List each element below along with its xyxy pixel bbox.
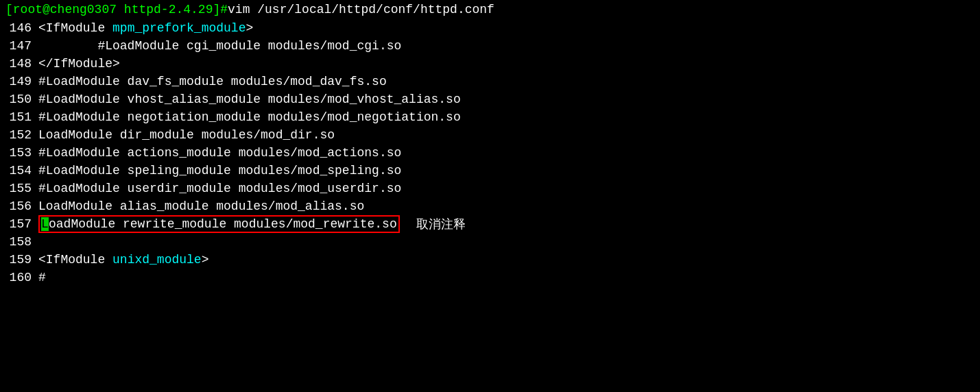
line-num-157: 157 — [7, 217, 32, 231]
line-num-160: 160 — [7, 271, 32, 284]
line-content-156: LoadModule alias_module modules/mod_alia… — [38, 199, 364, 213]
line-158: 158 — [5, 233, 975, 251]
line-num-153: 153 — [7, 146, 32, 160]
prompt-user-host: [root@cheng0307 httpd-2.4.29]# — [5, 3, 228, 16]
line-num-147: 147 — [7, 39, 32, 53]
line-content-152: LoadModule dir_module modules/mod_dir.so — [38, 128, 335, 142]
line-num-146: 146 — [7, 21, 32, 35]
code-area: 146 <IfModule mpm_prefork_module> 147 #L… — [0, 18, 980, 288]
line-num-154: 154 — [7, 164, 32, 177]
line-content-154: #LoadModule speling_module modules/mod_s… — [38, 164, 401, 177]
line-155: 155 #LoadModule userdir_module modules/m… — [5, 180, 975, 197]
line-num-150: 150 — [7, 93, 32, 106]
line-num-148: 148 — [7, 57, 32, 71]
line-num-152: 152 — [7, 128, 32, 142]
line-content-155: #LoadModule userdir_module modules/mod_u… — [38, 182, 401, 195]
line-content-147: #LoadModule cgi_module modules/mod_cgi.s… — [38, 39, 401, 53]
line-147: 147 #LoadModule cgi_module modules/mod_c… — [5, 37, 975, 55]
line-157: 157 LoadModule rewrite_module modules/mo… — [5, 215, 975, 233]
line-content-159: <IfModule unixd_module> — [38, 253, 208, 267]
line-160: 160 # — [5, 269, 975, 286]
line-num-151: 151 — [7, 110, 32, 124]
line-159: 159 <IfModule unixd_module> — [5, 251, 975, 269]
line-content-149: #LoadModule dav_fs_module modules/mod_da… — [38, 75, 387, 88]
line-154: 154 #LoadModule speling_module modules/m… — [5, 162, 975, 180]
line-156: 156 LoadModule alias_module modules/mod_… — [5, 197, 975, 215]
line-num-149: 149 — [7, 75, 32, 88]
line-151: 151 #LoadModule negotiation_module modul… — [5, 108, 975, 126]
annotation-157: 取消注释 — [416, 216, 466, 232]
line-content-157: LoadModule rewrite_module modules/mod_re… — [41, 217, 397, 231]
line-152: 152 LoadModule dir_module modules/mod_di… — [5, 126, 975, 144]
line-content-160: # — [38, 271, 46, 284]
terminal-window: [root@cheng0307 httpd-2.4.29]# vim /usr/… — [0, 0, 980, 392]
line-149: 149 #LoadModule dav_fs_module modules/mo… — [5, 73, 975, 90]
line-content-151: #LoadModule negotiation_module modules/m… — [38, 110, 461, 124]
line-150: 150 #LoadModule vhost_alias_module modul… — [5, 90, 975, 108]
line-content-150: #LoadModule vhost_alias_module modules/m… — [38, 93, 461, 106]
line-content-153: #LoadModule actions_module modules/mod_a… — [38, 146, 401, 160]
line-num-159: 159 — [7, 253, 32, 267]
prompt-line: [root@cheng0307 httpd-2.4.29]# vim /usr/… — [0, 0, 980, 18]
line-content-146: <IfModule mpm_prefork_module> — [38, 21, 253, 35]
line-content-148: </IfModule> — [38, 57, 120, 71]
line-num-155: 155 — [7, 182, 32, 195]
highlighted-content-157: LoadModule rewrite_module modules/mod_re… — [38, 215, 400, 233]
vim-cursor: L — [41, 217, 49, 231]
line-148: 148 </IfModule> — [5, 55, 975, 73]
line-146: 146 <IfModule mpm_prefork_module> — [5, 19, 975, 37]
line-153: 153 #LoadModule actions_module modules/m… — [5, 144, 975, 162]
line-num-156: 156 — [7, 199, 32, 213]
line-num-158: 158 — [7, 235, 32, 249]
prompt-command: vim /usr/local/httpd/conf/httpd.conf — [228, 3, 494, 16]
